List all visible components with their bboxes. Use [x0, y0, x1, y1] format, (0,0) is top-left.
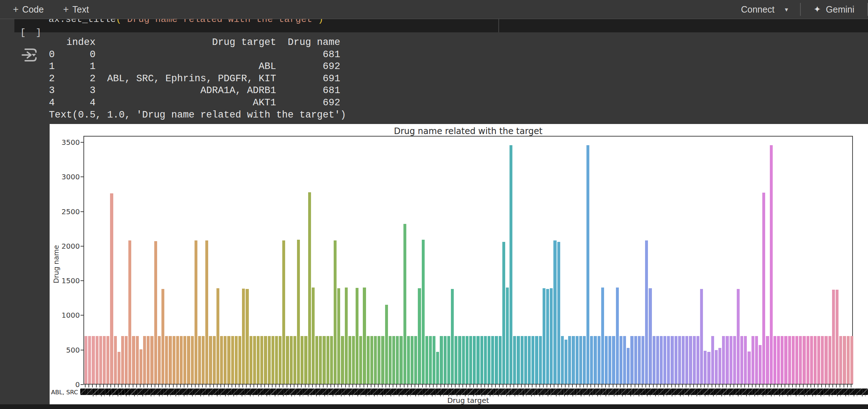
- connect-button[interactable]: Connect ▼: [730, 4, 800, 15]
- x-tick-mark: [382, 384, 383, 387]
- x-tick-mark: [287, 384, 287, 387]
- x-tick-mark: [576, 384, 577, 387]
- x-tick-mark: [616, 384, 617, 387]
- x-tick-mark: [187, 384, 188, 387]
- x-tick-mark: [561, 384, 562, 387]
- bar: [638, 336, 641, 384]
- bar: [140, 349, 142, 384]
- bar: [700, 289, 703, 384]
- toolbar-right-group: Connect ▼ ✦ Gemini: [730, 0, 868, 19]
- bar: [528, 336, 531, 384]
- y-tick-mark: [81, 176, 83, 177]
- cell-run-indicator[interactable]: [ ]: [20, 27, 44, 38]
- bar: [205, 240, 208, 384]
- x-tick-mark: [517, 384, 518, 387]
- x-first-tick-label: ABL, SRC: [51, 389, 78, 396]
- bar: [385, 305, 388, 384]
- x-tick-mark: [393, 384, 393, 387]
- x-tick-mark: [389, 384, 390, 387]
- bar: [847, 336, 850, 384]
- bar: [150, 336, 153, 384]
- x-tick-mark: [525, 384, 525, 387]
- bar: [623, 336, 626, 384]
- x-tick-mark: [755, 384, 756, 387]
- x-tick-mark: [110, 384, 111, 387]
- y-tick-mark: [81, 246, 83, 247]
- x-tick-mark: [631, 384, 631, 387]
- bar: [411, 336, 414, 384]
- bar: [242, 289, 245, 384]
- bar: [491, 336, 494, 384]
- bar: [755, 336, 758, 384]
- bar: [399, 336, 402, 384]
- bar: [99, 336, 102, 384]
- x-tick-mark: [345, 384, 346, 387]
- bar: [378, 336, 380, 384]
- bar: [312, 288, 315, 384]
- bar: [297, 240, 300, 384]
- cell-output-icon[interactable]: [21, 47, 38, 63]
- x-tick-mark: [763, 384, 763, 387]
- x-tick-mark: [147, 384, 148, 387]
- x-tick-mark: [481, 384, 481, 387]
- gemini-button[interactable]: ✦ Gemini: [801, 4, 867, 15]
- x-tick-mark: [418, 384, 419, 387]
- x-tick-mark: [840, 384, 840, 387]
- x-tick-mark: [88, 384, 89, 387]
- bar: [473, 336, 476, 384]
- bar: [374, 336, 377, 384]
- bar: [740, 336, 743, 384]
- x-tick-mark: [275, 384, 276, 387]
- y-tick-mark: [81, 384, 83, 385]
- x-tick-mark: [319, 384, 320, 387]
- x-tick-mark: [407, 384, 408, 387]
- x-tick-mark: [814, 384, 815, 387]
- x-tick-mark: [623, 384, 624, 387]
- df-row: 0 0 681: [49, 49, 346, 61]
- bar: [539, 336, 542, 384]
- x-tick-mark: [492, 384, 492, 387]
- bar: [337, 288, 340, 384]
- colab-notebook: + Code + Text Connect ▼ ✦ Gemini ax.set_…: [0, 0, 868, 409]
- add-text-button[interactable]: + Text: [58, 2, 94, 17]
- x-tick-mark: [129, 384, 129, 387]
- code-editor-strip[interactable]: ax.set_title('Drug name related with the…: [14, 19, 868, 32]
- x-tick-mark: [510, 384, 511, 387]
- x-tick-mark: [100, 384, 100, 387]
- x-tick-mark: [220, 384, 221, 387]
- text-repr-line: Text(0.5, 1.0, 'Drug name related with t…: [49, 109, 346, 121]
- bar: [799, 336, 802, 384]
- bar: [176, 336, 179, 384]
- x-tick-mark: [667, 384, 668, 387]
- bar: [506, 288, 509, 384]
- plus-icon: +: [63, 5, 69, 14]
- x-tick-mark: [598, 384, 599, 387]
- code-line: ax.set_title('Drug name related with the…: [49, 19, 868, 26]
- bar: [484, 336, 487, 384]
- bar: [447, 336, 450, 384]
- bar: [158, 336, 161, 384]
- bar: [656, 336, 659, 384]
- bar: [444, 336, 447, 384]
- bar: [788, 336, 791, 384]
- bar: [264, 336, 267, 384]
- x-tick-mark: [499, 384, 500, 387]
- bar: [279, 336, 282, 384]
- bar: [110, 193, 113, 384]
- x-tick-mark: [143, 384, 144, 387]
- x-tick-mark: [184, 384, 184, 387]
- bar: [253, 336, 256, 384]
- bar: [418, 288, 421, 384]
- bar: [726, 336, 728, 384]
- x-tick-mark: [158, 384, 159, 387]
- add-code-button[interactable]: + Code: [8, 2, 49, 17]
- toolbar-left-group: + Code + Text: [8, 2, 94, 17]
- x-tick-mark: [177, 384, 177, 387]
- bar: [268, 336, 271, 384]
- x-tick-mark: [847, 384, 848, 387]
- bar: [224, 336, 227, 384]
- bar: [308, 192, 311, 384]
- bar: [275, 336, 278, 384]
- x-tick-mark: [777, 384, 778, 387]
- x-tick-mark: [250, 384, 251, 387]
